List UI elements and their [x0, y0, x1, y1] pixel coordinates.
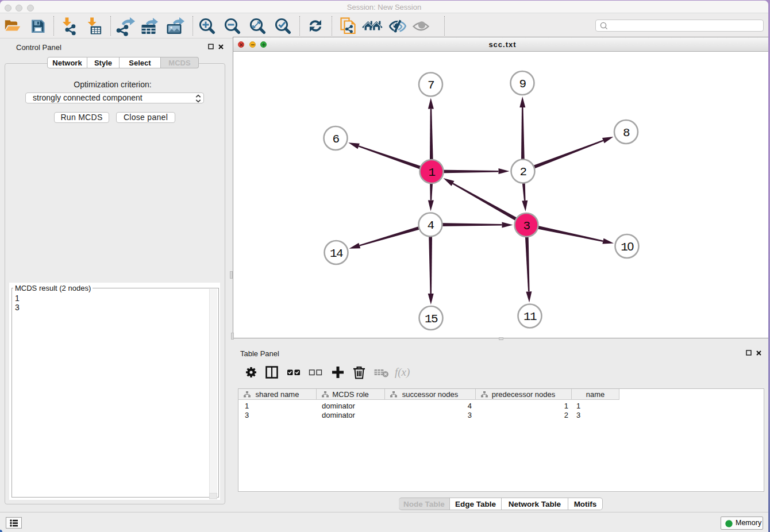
svg-text:4: 4 — [427, 219, 434, 232]
svg-text:9: 9 — [519, 78, 526, 91]
svg-text:8: 8 — [623, 126, 630, 140]
svg-text:1: 1 — [428, 166, 435, 179]
svg-text:15: 15 — [425, 313, 438, 326]
svg-text:3: 3 — [523, 219, 530, 233]
svg-text:2: 2 — [519, 165, 526, 179]
svg-text:7: 7 — [428, 79, 434, 92]
svg-text:14: 14 — [330, 247, 343, 260]
svg-text:6: 6 — [332, 133, 339, 146]
svg-text:11: 11 — [523, 310, 537, 323]
svg-text:f(x): f(x) — [395, 366, 410, 379]
svg-text:10: 10 — [621, 240, 633, 254]
